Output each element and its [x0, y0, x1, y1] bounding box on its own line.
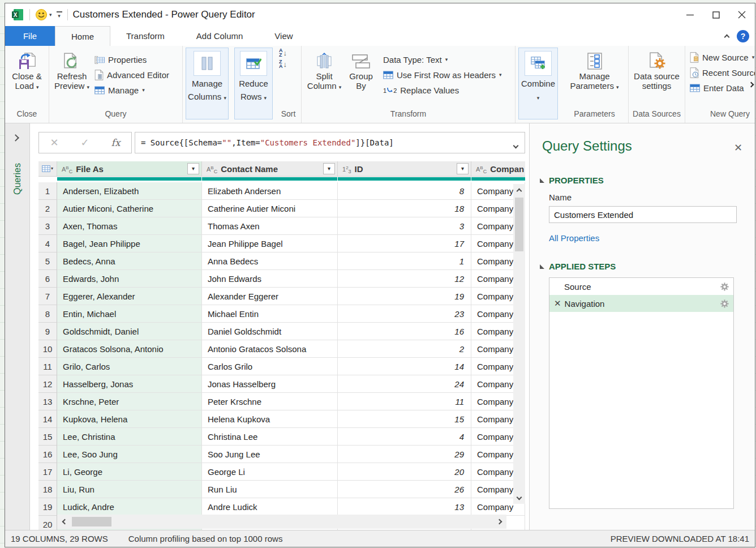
- cell-id[interactable]: 19: [338, 288, 471, 305]
- close-pane-button[interactable]: ✕: [734, 142, 742, 154]
- cell-contact-name[interactable]: Run Liu: [202, 481, 338, 498]
- cell-id[interactable]: 12: [338, 270, 471, 288]
- horizontal-scrollbar[interactable]: [57, 515, 506, 529]
- tab-file[interactable]: File: [5, 26, 55, 46]
- row-number[interactable]: 7: [38, 288, 57, 305]
- formula-input[interactable]: = Source{[Schema="",Item="Customers Exte…: [135, 132, 525, 153]
- cell-id[interactable]: 14: [338, 358, 471, 375]
- cell-id[interactable]: 18: [338, 200, 471, 217]
- cell-contact-name[interactable]: Elizabeth Andersen: [202, 182, 338, 200]
- expand-queries-pane-button[interactable]: [13, 132, 18, 143]
- use-first-row-as-headers-button[interactable]: Use First Row as Headers ▾: [381, 67, 504, 83]
- cell-id[interactable]: 16: [338, 323, 471, 340]
- enter-data-button[interactable]: Enter Data: [688, 80, 755, 96]
- cell-id[interactable]: 17: [338, 235, 471, 252]
- combine-button[interactable]: Combine ▾: [518, 48, 558, 119]
- advanced-editor-button[interactable]: Advanced Editor: [92, 67, 171, 83]
- cell-file-as[interactable]: Axen, Thomas: [57, 217, 202, 235]
- cell-id[interactable]: 11: [338, 393, 471, 410]
- cell-contact-name[interactable]: John Edwards: [202, 270, 338, 288]
- manage-columns-button[interactable]: Manage Columns ▾: [186, 48, 229, 119]
- tab-home[interactable]: Home: [55, 26, 110, 46]
- customize-toolbar-button[interactable]: ▾: [57, 11, 62, 19]
- refresh-preview-button[interactable]: Refresh Preview ▾: [51, 49, 92, 109]
- expand-formula-bar-button[interactable]: [514, 140, 518, 149]
- cell-id[interactable]: 20: [338, 463, 471, 481]
- row-number[interactable]: 4: [38, 235, 57, 252]
- cell-contact-name[interactable]: Jonas Hasselberg: [202, 375, 338, 393]
- column-header-id[interactable]: 123 ID ▾: [338, 161, 471, 177]
- minimize-button[interactable]: [677, 4, 703, 25]
- cell-contact-name[interactable]: Daniel Goldschmidt: [202, 323, 338, 340]
- cell-file-as[interactable]: Hasselberg, Jonas: [57, 375, 202, 393]
- cell-id[interactable]: 8: [338, 182, 471, 200]
- row-number[interactable]: 10: [38, 340, 57, 358]
- cell-file-as[interactable]: Autier Miconi, Catherine: [57, 200, 202, 217]
- split-column-button[interactable]: Split Column ▾: [304, 49, 345, 109]
- scroll-left-button[interactable]: [57, 520, 72, 524]
- cell-contact-name[interactable]: Andre Ludick: [202, 498, 338, 516]
- tab-add-column[interactable]: Add Column: [181, 26, 259, 46]
- scroll-down-button[interactable]: [517, 490, 521, 504]
- cell-file-as[interactable]: Edwards, John: [57, 270, 202, 288]
- cell-id[interactable]: 23: [338, 305, 471, 323]
- status-profiling[interactable]: Column profiling based on top 1000 rows: [128, 534, 283, 543]
- manage-query-button[interactable]: Manage ▾: [92, 83, 171, 98]
- cell-contact-name[interactable]: Catherine Autier Miconi: [202, 200, 338, 217]
- data-source-settings-button[interactable]: Data source settings: [631, 49, 682, 109]
- applied-step-navigation[interactable]: ✕ Navigation: [549, 295, 733, 312]
- collapse-ribbon-button[interactable]: [725, 31, 729, 41]
- applied-steps-section-header[interactable]: APPLIED STEPS: [540, 262, 616, 271]
- cell-contact-name[interactable]: Helena Kupkova: [202, 410, 338, 428]
- select-all-button[interactable]: ▾: [38, 161, 57, 177]
- filter-button-file-as[interactable]: ▾: [187, 163, 199, 174]
- cell-file-as[interactable]: Grilo, Carlos: [57, 358, 202, 375]
- cell-id[interactable]: 13: [338, 498, 471, 516]
- row-number[interactable]: 12: [38, 375, 57, 393]
- cell-file-as[interactable]: Eggerer, Alexander: [57, 288, 202, 305]
- queries-pane-label[interactable]: Queries: [12, 163, 23, 195]
- row-number[interactable]: 17: [38, 463, 57, 481]
- step-settings-gear-icon[interactable]: [720, 282, 729, 291]
- horizontal-scrollbar-thumb[interactable]: [72, 517, 111, 526]
- cell-file-as[interactable]: Kupkova, Helena: [57, 410, 202, 428]
- properties-button[interactable]: Properties: [92, 52, 171, 67]
- cell-file-as[interactable]: Bedecs, Anna: [57, 252, 202, 270]
- column-header-file-as[interactable]: ABC File As ▾: [57, 161, 202, 177]
- replace-values-button[interactable]: 1 2 Replace Values: [381, 83, 504, 98]
- cell-file-as[interactable]: Lee, Christina: [57, 428, 202, 446]
- group-by-button[interactable]: Group By: [345, 49, 377, 109]
- manage-parameters-button[interactable]: Manage Parameters ▾: [564, 49, 626, 109]
- row-number[interactable]: 20: [38, 516, 57, 530]
- column-header-contact-name[interactable]: ABC Contact Name ▾: [202, 161, 338, 177]
- properties-section-header[interactable]: PROPERTIES: [540, 175, 604, 185]
- row-number[interactable]: 14: [38, 410, 57, 428]
- tab-view[interactable]: View: [259, 26, 308, 46]
- row-number[interactable]: 8: [38, 305, 57, 323]
- cell-contact-name[interactable]: George Li: [202, 463, 338, 481]
- cell-id[interactable]: 29: [338, 446, 471, 463]
- new-source-button[interactable]: New Source ▾: [688, 50, 755, 65]
- row-number[interactable]: 15: [38, 428, 57, 446]
- cell-file-as[interactable]: Li, George: [57, 463, 202, 481]
- row-number[interactable]: 6: [38, 270, 57, 288]
- cell-id[interactable]: 3: [338, 217, 471, 235]
- row-number[interactable]: 11: [38, 358, 57, 375]
- row-number[interactable]: 5: [38, 252, 57, 270]
- cell-contact-name[interactable]: Jean Philippe Bagel: [202, 235, 338, 252]
- cell-file-as[interactable]: Lee, Soo Jung: [57, 446, 202, 463]
- recent-sources-button[interactable]: Recent Sources: [688, 65, 755, 80]
- all-properties-link[interactable]: All Properties: [549, 233, 599, 243]
- cell-contact-name[interactable]: Michael Entin: [202, 305, 338, 323]
- step-settings-gear-icon[interactable]: [720, 299, 729, 308]
- cell-id[interactable]: 1: [338, 252, 471, 270]
- cell-file-as[interactable]: Krschne, Peter: [57, 393, 202, 410]
- query-name-input[interactable]: [549, 206, 737, 223]
- feedback-smiley-button[interactable]: ▾: [35, 8, 52, 21]
- reduce-rows-button[interactable]: Reduce Rows ▾: [234, 48, 273, 119]
- scroll-right-button[interactable]: [492, 520, 506, 524]
- row-number[interactable]: 13: [38, 393, 57, 410]
- row-number[interactable]: 16: [38, 446, 57, 463]
- maximize-button[interactable]: [703, 4, 729, 25]
- ribbon-scroll-right-button[interactable]: [749, 79, 753, 89]
